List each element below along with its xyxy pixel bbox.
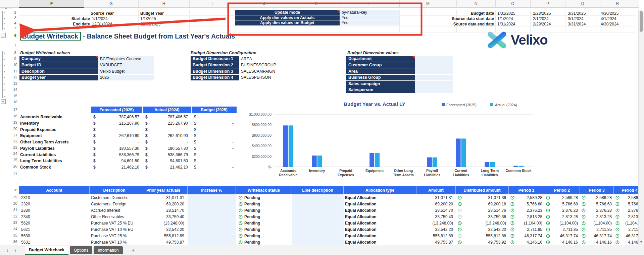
account-cell[interactable]: 2330	[19, 207, 90, 213]
row-number-28[interactable]: 28	[12, 188, 18, 192]
summary-forecasted-cell[interactable]: $787,406.57	[91, 114, 143, 120]
line-description-cell[interactable]	[292, 239, 344, 245]
account-cell[interactable]: 2340	[19, 213, 90, 220]
increase-percent-cell[interactable]	[188, 233, 236, 239]
row-number-30[interactable]: 30	[12, 201, 18, 205]
right-date-value[interactable]: 3/1/2024	[568, 16, 584, 21]
allocation-type-cell[interactable]: Equal Allocation	[344, 226, 416, 233]
writeback-value-2[interactable]: VXBUDGET	[98, 62, 154, 68]
config-value-1[interactable]: by-natural-key	[340, 10, 399, 15]
bar-forecasted[interactable]	[485, 162, 489, 167]
period-2-cell[interactable]: 2,711.85	[544, 226, 580, 233]
collapse-group-button-2[interactable]: −	[1, 99, 6, 104]
right-date-value[interactable]: 1/31/2025	[497, 11, 515, 16]
period-3-cell[interactable]: 2,813.28	[580, 213, 614, 220]
increase-percent-cell[interactable]	[188, 213, 236, 220]
dimension-value-value-1[interactable]	[415, 56, 453, 62]
right-date-value[interactable]: 2/1/2024	[533, 16, 549, 21]
row-number-34[interactable]: 34	[12, 227, 18, 231]
column-header-F[interactable]: F	[19, 0, 84, 8]
row-number-23[interactable]: 23	[12, 145, 18, 149]
bar-actual[interactable]	[433, 157, 437, 167]
row-number-27[interactable]: 27	[12, 172, 18, 176]
period-1-cell[interactable]: 5,766.68	[509, 201, 544, 207]
vertical-scrollbar[interactable]: ▼	[638, 10, 644, 245]
column-header-N[interactable]: N	[456, 0, 496, 7]
column-header-L[interactable]: L	[340, 0, 400, 7]
summary-forecasted-cell[interactable]: $21,462.10	[91, 164, 143, 171]
description-cell[interactable]: Purchase VAT 10 % EU	[90, 226, 139, 233]
dimension-config-label-1[interactable]: Budget Dimension 1	[191, 56, 239, 62]
row-number-15[interactable]: 15	[12, 94, 18, 98]
column-header-I[interactable]: I	[189, 0, 235, 7]
writeback-label-4[interactable]: Budget year	[19, 75, 98, 80]
prior-actuals-cell[interactable]: 69,200.20	[139, 201, 188, 207]
row-number-9[interactable]: 9	[12, 57, 18, 61]
distributed-amount-cell[interactable]: 31,071.36	[456, 194, 509, 201]
dimension-config-value-3[interactable]: SALESCAMPAIGN	[239, 68, 292, 74]
column-header-P[interactable]: P	[530, 0, 565, 7]
prior-actuals-cell[interactable]: 49,753.87	[139, 239, 188, 245]
budget-year-value[interactable]: 12/31/2025	[140, 22, 160, 26]
account-cell[interactable]: 2310	[19, 194, 90, 201]
dimension-value-value-6[interactable]	[415, 87, 453, 93]
dimension-config-value-1[interactable]: AREA	[239, 56, 292, 62]
distributed-amount-cell[interactable]: 28,514.76	[456, 207, 509, 213]
bar-forecasted[interactable]	[427, 157, 432, 167]
right-date-value[interactable]: 1/1/2024	[497, 16, 513, 21]
right-date-value[interactable]: 3/31/2025	[568, 11, 586, 16]
writeback-status-cell[interactable]: Pending	[236, 207, 292, 213]
summary-forecasted-cell[interactable]: $538,366.79	[91, 151, 143, 158]
writeback-status-cell[interactable]: Pending	[236, 239, 292, 245]
description-cell[interactable]: Accrued Interest	[90, 207, 139, 213]
dimension-value-label-6[interactable]: Salesperson	[346, 87, 415, 93]
config-label-2[interactable]: Apply dim values on Actuals	[235, 15, 340, 20]
line-description-cell[interactable]	[292, 207, 344, 213]
period-2-cell[interactable]: (1,104.00)	[544, 220, 580, 226]
row-number-29[interactable]: 29	[12, 195, 18, 199]
budget-year-value[interactable]: 1/1/2025	[140, 16, 156, 21]
column-header-R[interactable]: R	[600, 0, 635, 7]
bar-actual[interactable]	[317, 155, 322, 167]
period-2-cell[interactable]: 2,376.23	[544, 207, 580, 213]
writeback-value-3[interactable]: Velixo Budget	[98, 68, 154, 74]
period-3-cell[interactable]: 5,766.68	[580, 201, 614, 207]
distributed-amount-cell[interactable]: 69,200.16	[456, 201, 509, 207]
dimension-value-value-4[interactable]	[415, 75, 453, 80]
period-1-cell[interactable]: 46,317.74	[509, 233, 544, 239]
prev-sheet-icon[interactable]: ‹	[3, 247, 11, 253]
period-2-cell[interactable]: 5,766.68	[544, 201, 580, 207]
row-number-32[interactable]: 32	[12, 214, 18, 218]
summary-actual-cell[interactable]: $787,406.57	[143, 114, 191, 120]
budget-vs-actual-chart[interactable]: $-$200,000.00$400,000.00$600,000.00$800,…	[240, 99, 538, 183]
period-1-cell[interactable]: 2,376.23	[509, 207, 544, 213]
summary-budget-cell[interactable]: $-	[191, 139, 237, 145]
amount-cell[interactable]: 32,542.20	[416, 226, 456, 233]
period-3-cell[interactable]: (1,104.00)	[580, 220, 614, 226]
right-date-value[interactable]: 2/28/2025	[533, 11, 551, 16]
description-cell[interactable]: Customers, Foreign	[90, 201, 139, 207]
period-2-cell[interactable]: 46,317.74	[544, 233, 580, 239]
prior-actuals-cell[interactable]: (13,248.00)	[139, 220, 188, 226]
row-number-16[interactable]: 16	[12, 100, 18, 104]
right-date-value[interactable]: 3/31/2024	[568, 22, 586, 26]
dimension-config-value-2[interactable]: BUSINESSGROUP	[239, 62, 292, 68]
prior-actuals-cell[interactable]: 555,812.89	[139, 233, 188, 239]
bar-forecasted[interactable]	[312, 155, 317, 167]
right-date-value[interactable]: 2/29/2024	[533, 22, 551, 26]
amount-cell[interactable]: 555,812.89	[416, 233, 456, 239]
scroll-down-icon[interactable]: ▼	[640, 240, 643, 244]
period-3-cell[interactable]: 2,376.23	[580, 207, 614, 213]
row-number-6[interactable]: 6	[12, 34, 18, 38]
row-number-5[interactable]: 5	[12, 26, 18, 29]
row-number-24[interactable]: 24	[12, 151, 18, 155]
config-label-3[interactable]: Apply dim values on Budget	[235, 20, 340, 25]
bar-forecasted[interactable]	[456, 138, 461, 167]
row-number-26[interactable]: 26	[12, 164, 18, 168]
vertical-scrollbar-thumb[interactable]	[640, 11, 643, 32]
sheet-tab-information[interactable]: Information	[94, 246, 123, 254]
column-header-K[interactable]: K	[293, 0, 340, 7]
config-value-3[interactable]: Yes	[340, 20, 399, 25]
amount-cell[interactable]: 28,514.70	[416, 207, 456, 213]
prior-actuals-cell[interactable]: 28,514.70	[139, 207, 188, 213]
